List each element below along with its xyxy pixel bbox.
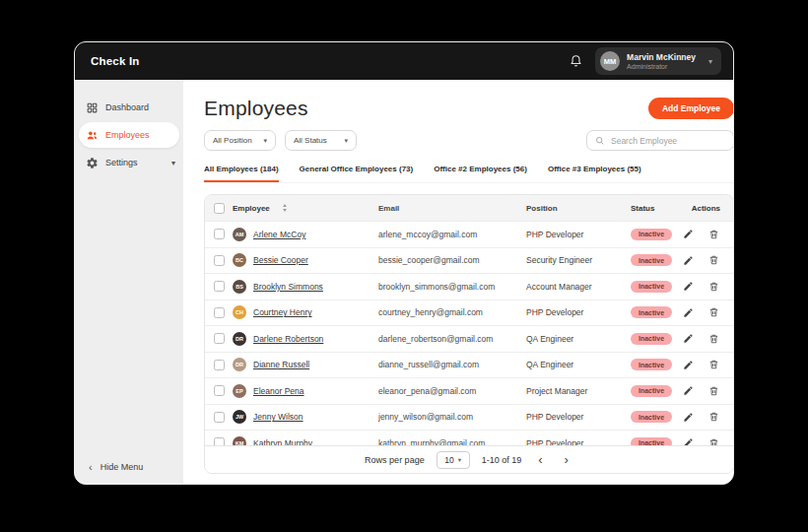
delete-icon[interactable] xyxy=(707,332,720,345)
sidebar-item-employees[interactable]: Employees xyxy=(79,122,179,148)
tab-general-office-employees[interactable]: General Office Employees (73) xyxy=(300,165,414,182)
chevron-down-icon: ▾ xyxy=(263,137,267,145)
edit-icon[interactable] xyxy=(682,411,695,424)
employee-email: dianne_russell@gmail.com xyxy=(378,360,526,369)
employee-avatar: CH xyxy=(233,305,246,319)
table-row: EP Eleanor Pena eleanor_pena@gmail.com P… xyxy=(205,377,733,404)
employee-email: eleanor_pena@gmail.com xyxy=(378,386,526,396)
delete-icon[interactable] xyxy=(707,254,720,267)
row-checkbox[interactable] xyxy=(214,385,225,396)
employee-position: Project Manager xyxy=(526,386,631,396)
status-badge: Inactive xyxy=(631,281,672,293)
employee-name-link[interactable]: Dianne Russell xyxy=(253,360,309,369)
next-page-button[interactable]: › xyxy=(560,453,573,466)
search-box[interactable] xyxy=(586,130,734,151)
employee-name-link[interactable]: Jenny Wilson xyxy=(253,412,303,422)
select-all-checkbox[interactable] xyxy=(214,203,225,214)
delete-icon[interactable] xyxy=(707,384,720,397)
table-row: DR Darlene Robertson darlene_robertson@g… xyxy=(205,325,733,352)
tab-all-employees[interactable]: All Employees (184) xyxy=(204,165,279,182)
user-name: Marvin McKinney xyxy=(627,52,696,62)
employee-name-link[interactable]: Courtney Henry xyxy=(253,307,312,317)
row-checkbox[interactable] xyxy=(214,412,225,423)
delete-icon[interactable] xyxy=(707,411,720,424)
employee-name-link[interactable]: Arlene McCoy xyxy=(253,230,305,239)
chevron-down-icon: ▾ xyxy=(344,137,348,145)
status-badge: Inactive xyxy=(631,229,672,240)
notifications-bell-icon[interactable] xyxy=(569,53,583,69)
edit-icon[interactable] xyxy=(682,228,695,240)
sort-icon[interactable] xyxy=(283,204,287,212)
delete-icon[interactable] xyxy=(707,228,720,240)
position-filter-dropdown[interactable]: All Position ▾ xyxy=(204,130,276,151)
previous-page-button[interactable]: ‹ xyxy=(533,453,547,466)
edit-icon[interactable] xyxy=(682,384,695,397)
status-badge: Inactive xyxy=(631,359,672,370)
column-header-status: Status xyxy=(631,204,682,213)
employee-name-link[interactable]: Bessie Cooper xyxy=(253,255,308,265)
edit-icon[interactable] xyxy=(682,306,695,319)
employee-email: bessie_cooper@gmail.com xyxy=(378,255,526,265)
sidebar-item-label: Dashboard xyxy=(105,102,149,112)
sidebar-item-dashboard[interactable]: Dashboard xyxy=(75,95,183,120)
user-avatar: MM xyxy=(600,51,620,71)
edit-icon[interactable] xyxy=(682,332,695,345)
top-bar: Check In MM Marvin McKinney Administrato… xyxy=(75,42,733,80)
row-checkbox[interactable] xyxy=(214,281,225,292)
employee-position: PHP Developer xyxy=(526,230,631,239)
app-window: Check In MM Marvin McKinney Administrato… xyxy=(74,41,734,485)
status-filter-dropdown[interactable]: All Status ▾ xyxy=(285,130,357,151)
employee-avatar: DR xyxy=(233,332,246,346)
people-icon xyxy=(86,129,99,142)
tab-office-2-employees[interactable]: Office #2 Employees (56) xyxy=(434,165,527,182)
hide-menu-button[interactable]: ‹ Hide Menu xyxy=(89,461,143,473)
employee-avatar: AM xyxy=(233,228,246,241)
sidebar-item-label: Employees xyxy=(105,130,150,140)
employee-position: QA Engineer xyxy=(526,334,631,344)
tab-office-3-employees[interactable]: Office #3 Employees (55) xyxy=(548,165,641,182)
employee-email: arlene_mccoy@gmail.com xyxy=(378,230,526,239)
status-badge: Inactive xyxy=(631,306,672,318)
table-row: BS Brooklyn Simmons brooklyn_simmons@gma… xyxy=(205,273,733,299)
add-employee-button[interactable]: Add Employee xyxy=(648,98,734,119)
chevron-down-icon: ▾ xyxy=(171,159,175,167)
employee-name-link[interactable]: Darlene Robertson xyxy=(253,334,323,344)
table-row: BC Bessie Cooper bessie_cooper@gmail.com… xyxy=(205,247,733,274)
rows-per-page-dropdown[interactable]: 10 ▾ xyxy=(437,451,470,469)
position-filter-value: All Position xyxy=(213,136,252,145)
edit-icon[interactable] xyxy=(682,359,695,371)
column-header-employee[interactable]: Employee xyxy=(233,204,270,213)
sidebar-item-settings[interactable]: Settings ▾ xyxy=(75,150,183,175)
app-title: Check In xyxy=(91,55,140,67)
employee-avatar: JW xyxy=(233,410,246,424)
delete-icon[interactable] xyxy=(707,306,720,319)
row-checkbox[interactable] xyxy=(214,307,225,318)
row-checkbox[interactable] xyxy=(214,229,225,239)
status-badge: Inactive xyxy=(631,254,672,266)
dashboard-grid-icon xyxy=(86,101,99,114)
edit-icon[interactable] xyxy=(682,254,695,267)
row-checkbox[interactable] xyxy=(214,333,225,344)
chevron-left-icon: ‹ xyxy=(89,461,93,473)
employee-avatar: BS xyxy=(233,280,246,294)
user-menu[interactable]: MM Marvin McKinney Administrator ▾ xyxy=(595,47,721,75)
status-filter-value: All Status xyxy=(294,136,327,145)
delete-icon[interactable] xyxy=(707,359,720,371)
employee-email: jenny_wilson@gmail.com xyxy=(378,412,526,422)
edit-icon[interactable] xyxy=(682,280,695,293)
pagination-bar: Rows per page 10 ▾ 1-10 of 19 ‹ › xyxy=(205,445,733,473)
user-role: Administrator xyxy=(627,62,696,71)
column-header-position: Position xyxy=(526,204,631,213)
row-checkbox[interactable] xyxy=(214,360,225,370)
column-header-email: Email xyxy=(378,204,526,213)
chevron-down-icon: ▾ xyxy=(458,456,461,464)
employee-position: Security Engineer xyxy=(526,255,631,265)
employee-tabs: All Employees (184) General Office Emplo… xyxy=(204,165,734,183)
delete-icon[interactable] xyxy=(707,280,720,293)
employee-name-link[interactable]: Brooklyn Simmons xyxy=(253,282,323,292)
search-input[interactable] xyxy=(611,136,725,146)
row-checkbox[interactable] xyxy=(214,255,225,266)
search-icon xyxy=(595,136,605,146)
employee-position: PHP Developer xyxy=(526,412,631,422)
employee-name-link[interactable]: Eleanor Pena xyxy=(253,386,304,396)
